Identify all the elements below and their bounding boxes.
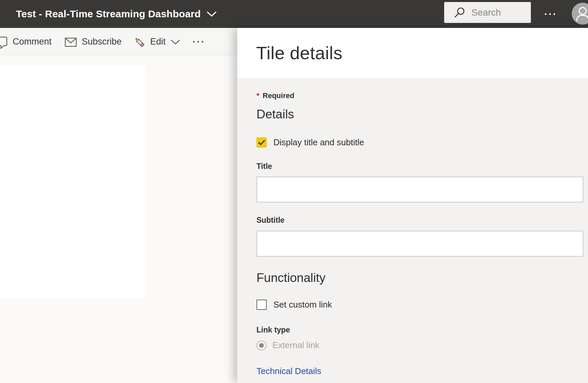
required-asterisk: * (256, 91, 259, 100)
comment-button[interactable]: Comment (13, 28, 51, 55)
dashboard-tile[interactable] (0, 65, 145, 298)
edit-pencil-icon (134, 36, 146, 50)
subtitle-field-label: Subtitle (256, 216, 284, 225)
display-title-checkbox-row: Display title and subtitle (256, 137, 364, 148)
external-link-radio-label: External link (272, 340, 320, 350)
search-box[interactable] (444, 2, 531, 23)
subtitle-input[interactable] (256, 231, 583, 257)
dashboard-canvas-area: Comment Subscribe Edit (0, 28, 237, 383)
link-type-label: Link type (256, 325, 290, 334)
panel-title: Tile details (256, 43, 343, 63)
functionality-section-heading: Functionality (256, 271, 326, 285)
app-window: Test - Real-Time Streaming Dashboard (0, 0, 588, 383)
checkmark-icon (257, 138, 266, 147)
user-avatar[interactable] (572, 3, 588, 25)
title-input[interactable] (256, 177, 583, 202)
toolbar-more-options-button[interactable] (193, 28, 203, 55)
chevron-down-icon (207, 11, 217, 17)
external-link-radio[interactable] (256, 340, 266, 350)
dashboard-title: Test - Real-Time Streaming Dashboard (16, 8, 201, 20)
details-section-heading: Details (256, 107, 294, 121)
set-custom-link-checkbox[interactable] (256, 300, 267, 310)
radio-dot (259, 343, 264, 348)
panel-body: *Required Details Display title and subt… (237, 78, 588, 383)
set-custom-link-checkbox-label[interactable]: Set custom link (273, 300, 332, 310)
required-note: *Required (256, 91, 294, 100)
required-label: Required (263, 91, 294, 100)
comment-icon (0, 37, 7, 51)
display-title-checkbox[interactable] (256, 137, 267, 148)
search-input[interactable] (471, 7, 518, 18)
top-bar: Test - Real-Time Streaming Dashboard (0, 0, 588, 28)
edit-button[interactable]: Edit (150, 28, 166, 55)
dashboard-toolbar: Comment Subscribe Edit (0, 28, 237, 55)
technical-details-link[interactable]: Technical Details (256, 366, 321, 376)
more-options-button[interactable] (545, 0, 555, 28)
envelope-icon (65, 38, 77, 48)
set-custom-link-checkbox-row: Set custom link (256, 300, 332, 310)
title-field-label: Title (256, 162, 272, 171)
edit-chevron-down-icon[interactable] (171, 40, 180, 46)
display-title-checkbox-label[interactable]: Display title and subtitle (273, 137, 364, 148)
person-icon (572, 3, 588, 25)
dashboard-title-selector[interactable]: Test - Real-Time Streaming Dashboard (16, 0, 217, 28)
external-link-radio-row: External link (256, 340, 320, 350)
search-icon (453, 7, 465, 18)
tile-details-panel: Tile details *Required Details Display t… (237, 28, 588, 383)
subscribe-button[interactable]: Subscribe (82, 28, 122, 55)
